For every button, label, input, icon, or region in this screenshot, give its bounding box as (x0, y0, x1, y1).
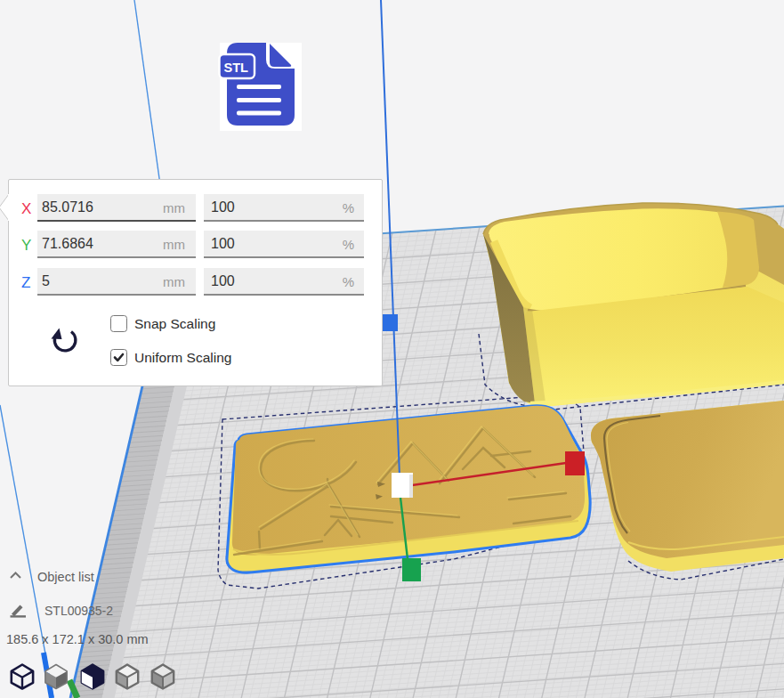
svg-text:STL: STL (224, 61, 249, 75)
